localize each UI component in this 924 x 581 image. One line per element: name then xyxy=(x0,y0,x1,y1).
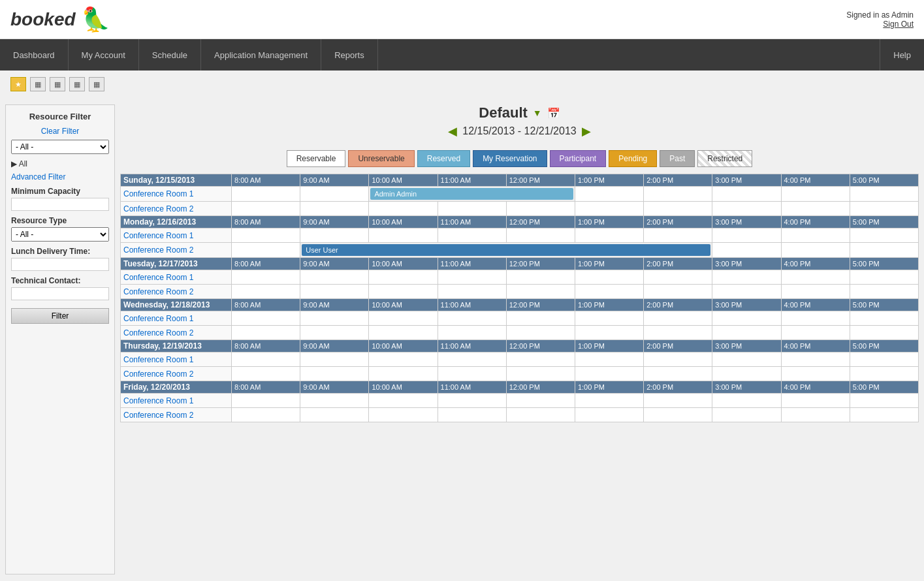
empty-slot[interactable] xyxy=(506,228,575,243)
empty-slot[interactable] xyxy=(712,353,781,367)
room-name[interactable]: Conference Room 1 xyxy=(121,311,232,326)
room-name[interactable]: Conference Room 2 xyxy=(121,367,232,381)
empty-slot[interactable] xyxy=(300,394,369,408)
nav-reports[interactable]: Reports xyxy=(321,39,378,71)
empty-slot[interactable] xyxy=(850,202,918,216)
resource-filter-select[interactable]: - All - xyxy=(11,140,109,154)
empty-slot[interactable] xyxy=(850,285,918,299)
room-name[interactable]: Conference Room 2 xyxy=(121,202,232,216)
empty-slot[interactable] xyxy=(644,394,712,408)
empty-slot[interactable] xyxy=(232,408,300,422)
room-name[interactable]: Conference Room 2 xyxy=(121,243,232,258)
empty-slot[interactable] xyxy=(781,285,850,299)
empty-slot[interactable] xyxy=(644,311,712,326)
room-name[interactable]: Conference Room 1 xyxy=(121,228,232,243)
empty-slot[interactable] xyxy=(575,228,643,243)
empty-slot[interactable] xyxy=(438,202,506,216)
empty-slot[interactable] xyxy=(438,394,506,408)
room-name[interactable]: Conference Room 1 xyxy=(121,270,232,285)
nav-my-account[interactable]: My Account xyxy=(69,39,139,71)
empty-slot[interactable] xyxy=(232,285,300,299)
empty-slot[interactable] xyxy=(232,326,300,340)
empty-slot[interactable] xyxy=(506,270,575,285)
empty-slot[interactable] xyxy=(575,187,643,202)
nav-dashboard[interactable]: Dashboard xyxy=(0,39,69,71)
empty-slot[interactable] xyxy=(781,243,850,258)
empty-slot[interactable] xyxy=(575,353,643,367)
empty-slot[interactable] xyxy=(300,326,369,340)
empty-slot[interactable] xyxy=(506,367,575,381)
empty-slot[interactable] xyxy=(438,367,506,381)
empty-slot[interactable] xyxy=(232,202,300,216)
empty-slot[interactable] xyxy=(575,202,643,216)
empty-slot[interactable] xyxy=(232,353,300,367)
empty-slot[interactable] xyxy=(300,228,369,243)
empty-slot[interactable] xyxy=(369,202,438,216)
empty-slot[interactable] xyxy=(712,285,781,299)
room-name[interactable]: Conference Room 2 xyxy=(121,326,232,340)
empty-slot[interactable] xyxy=(369,326,438,340)
empty-slot[interactable] xyxy=(369,311,438,326)
empty-slot[interactable] xyxy=(369,408,438,422)
dropdown-icon[interactable]: ▼ xyxy=(533,108,542,118)
empty-slot[interactable] xyxy=(232,394,300,408)
empty-slot[interactable] xyxy=(369,367,438,381)
resource-type-select[interactable]: - All - xyxy=(11,227,109,242)
empty-slot[interactable] xyxy=(850,326,918,340)
room-name[interactable]: Conference Room 2 xyxy=(121,408,232,422)
favorite-icon-btn[interactable]: ★ xyxy=(10,77,26,91)
empty-slot[interactable] xyxy=(232,243,300,258)
room-name[interactable]: Conference Room 1 xyxy=(121,353,232,367)
empty-slot[interactable] xyxy=(300,270,369,285)
legend-unreservable[interactable]: Unreservable xyxy=(348,150,414,167)
empty-slot[interactable] xyxy=(781,187,850,202)
empty-slot[interactable] xyxy=(438,353,506,367)
empty-slot[interactable] xyxy=(300,285,369,299)
empty-slot[interactable] xyxy=(712,311,781,326)
sign-out-link[interactable]: Sign Out xyxy=(846,20,914,29)
empty-slot[interactable] xyxy=(506,285,575,299)
empty-slot[interactable] xyxy=(644,367,712,381)
empty-slot[interactable] xyxy=(712,408,781,422)
empty-slot[interactable] xyxy=(438,285,506,299)
empty-slot[interactable] xyxy=(850,367,918,381)
empty-slot[interactable] xyxy=(300,202,369,216)
clear-filter-link[interactable]: Clear Filter xyxy=(11,127,109,136)
empty-slot[interactable] xyxy=(850,394,918,408)
empty-slot[interactable] xyxy=(575,394,643,408)
empty-slot[interactable] xyxy=(438,408,506,422)
room-name[interactable]: Conference Room 1 xyxy=(121,187,232,202)
empty-slot[interactable] xyxy=(506,202,575,216)
empty-slot[interactable] xyxy=(232,270,300,285)
empty-slot[interactable] xyxy=(506,353,575,367)
lunch-delivery-input[interactable] xyxy=(11,258,109,271)
view-month-icon-btn[interactable]: ▦ xyxy=(69,77,85,91)
empty-slot[interactable] xyxy=(300,367,369,381)
empty-slot[interactable] xyxy=(232,187,300,202)
empty-slot[interactable] xyxy=(644,187,712,202)
legend-participant[interactable]: Participant xyxy=(550,150,607,167)
empty-slot[interactable] xyxy=(644,228,712,243)
room-name[interactable]: Conference Room 2 xyxy=(121,285,232,299)
room-name[interactable]: Conference Room 1 xyxy=(121,394,232,408)
legend-reserved[interactable]: Reserved xyxy=(417,150,470,167)
empty-slot[interactable] xyxy=(781,408,850,422)
empty-slot[interactable] xyxy=(575,285,643,299)
empty-slot[interactable] xyxy=(850,228,918,243)
legend-reservable[interactable]: Reservable xyxy=(287,150,346,167)
empty-slot[interactable] xyxy=(369,353,438,367)
view-list-icon-btn[interactable]: ▦ xyxy=(30,77,46,91)
empty-slot[interactable] xyxy=(369,394,438,408)
empty-slot[interactable] xyxy=(644,202,712,216)
empty-slot[interactable] xyxy=(850,353,918,367)
empty-slot[interactable] xyxy=(575,326,643,340)
empty-slot[interactable] xyxy=(781,202,850,216)
expand-all[interactable]: ▶ All xyxy=(11,159,109,168)
min-capacity-input[interactable] xyxy=(11,198,109,211)
empty-slot[interactable] xyxy=(575,408,643,422)
empty-slot[interactable] xyxy=(232,311,300,326)
empty-slot[interactable] xyxy=(300,353,369,367)
empty-slot[interactable] xyxy=(506,408,575,422)
nav-schedule[interactable]: Schedule xyxy=(139,39,201,71)
empty-slot[interactable] xyxy=(300,311,369,326)
